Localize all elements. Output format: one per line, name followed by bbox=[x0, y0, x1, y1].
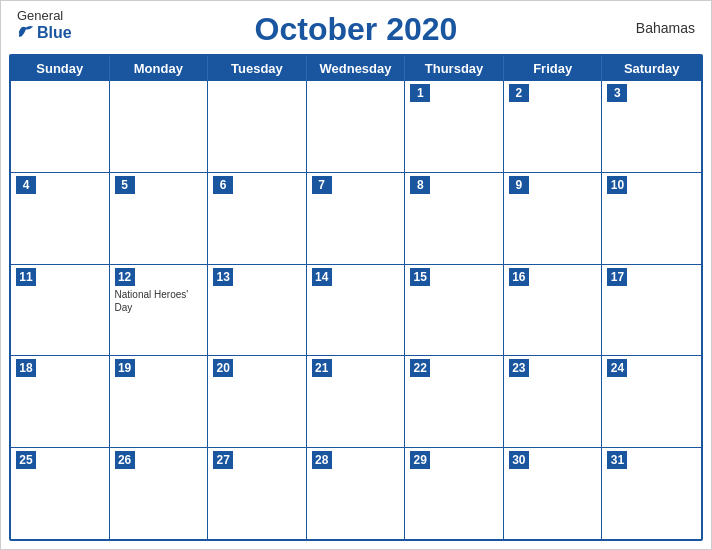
day-cell: 29 bbox=[405, 448, 504, 539]
calendar: General Blue October 2020 Bahamas Sunday… bbox=[0, 0, 712, 550]
day-number: 20 bbox=[213, 359, 233, 377]
logo-bird-icon bbox=[17, 23, 35, 41]
day-header-friday: Friday bbox=[504, 56, 603, 81]
day-cell bbox=[110, 81, 209, 172]
day-cell bbox=[11, 81, 110, 172]
day-cell: 19 bbox=[110, 356, 209, 447]
day-number: 1 bbox=[410, 84, 430, 102]
day-number: 21 bbox=[312, 359, 332, 377]
day-number: 5 bbox=[115, 176, 135, 194]
day-number: 13 bbox=[213, 268, 233, 286]
country-label: Bahamas bbox=[636, 20, 695, 36]
week-row-1: 45678910 bbox=[11, 173, 701, 265]
day-cell: 24 bbox=[602, 356, 701, 447]
weeks-container: 123456789101112National Heroes' Day13141… bbox=[11, 81, 701, 539]
day-number: 8 bbox=[410, 176, 430, 194]
day-number: 6 bbox=[213, 176, 233, 194]
day-number: 23 bbox=[509, 359, 529, 377]
day-number: 14 bbox=[312, 268, 332, 286]
day-number: 22 bbox=[410, 359, 430, 377]
day-cell: 21 bbox=[307, 356, 406, 447]
day-cell: 2 bbox=[504, 81, 603, 172]
calendar-grid: SundayMondayTuesdayWednesdayThursdayFrid… bbox=[9, 54, 703, 541]
day-cell: 27 bbox=[208, 448, 307, 539]
day-header-monday: Monday bbox=[110, 56, 209, 81]
day-cell: 18 bbox=[11, 356, 110, 447]
day-number: 4 bbox=[16, 176, 36, 194]
day-cell bbox=[208, 81, 307, 172]
day-cell: 10 bbox=[602, 173, 701, 264]
day-cell: 6 bbox=[208, 173, 307, 264]
day-cell: 30 bbox=[504, 448, 603, 539]
week-row-4: 25262728293031 bbox=[11, 448, 701, 539]
day-header-saturday: Saturday bbox=[602, 56, 701, 81]
day-header-thursday: Thursday bbox=[405, 56, 504, 81]
day-headers-row: SundayMondayTuesdayWednesdayThursdayFrid… bbox=[11, 56, 701, 81]
day-cell: 14 bbox=[307, 265, 406, 356]
day-header-sunday: Sunday bbox=[11, 56, 110, 81]
day-number: 15 bbox=[410, 268, 430, 286]
day-number: 19 bbox=[115, 359, 135, 377]
day-number: 11 bbox=[16, 268, 36, 286]
day-cell: 22 bbox=[405, 356, 504, 447]
day-cell: 26 bbox=[110, 448, 209, 539]
day-number: 10 bbox=[607, 176, 627, 194]
week-row-0: 123 bbox=[11, 81, 701, 173]
day-cell: 11 bbox=[11, 265, 110, 356]
day-cell: 8 bbox=[405, 173, 504, 264]
day-cell: 15 bbox=[405, 265, 504, 356]
logo: General Blue bbox=[17, 9, 72, 41]
week-row-2: 1112National Heroes' Day1314151617 bbox=[11, 265, 701, 357]
day-header-wednesday: Wednesday bbox=[307, 56, 406, 81]
day-number: 16 bbox=[509, 268, 529, 286]
day-number: 3 bbox=[607, 84, 627, 102]
day-cell: 25 bbox=[11, 448, 110, 539]
day-number: 31 bbox=[607, 451, 627, 469]
day-cell: 28 bbox=[307, 448, 406, 539]
day-cell: 3 bbox=[602, 81, 701, 172]
day-number: 30 bbox=[509, 451, 529, 469]
day-number: 29 bbox=[410, 451, 430, 469]
day-cell: 31 bbox=[602, 448, 701, 539]
day-number: 26 bbox=[115, 451, 135, 469]
day-cell: 4 bbox=[11, 173, 110, 264]
day-number: 18 bbox=[16, 359, 36, 377]
logo-general: General bbox=[17, 9, 63, 23]
day-cell bbox=[307, 81, 406, 172]
day-cell: 16 bbox=[504, 265, 603, 356]
day-number: 27 bbox=[213, 451, 233, 469]
day-number: 17 bbox=[607, 268, 627, 286]
week-row-3: 18192021222324 bbox=[11, 356, 701, 448]
day-cell: 5 bbox=[110, 173, 209, 264]
day-cell: 9 bbox=[504, 173, 603, 264]
month-title: October 2020 bbox=[255, 11, 458, 48]
day-number: 2 bbox=[509, 84, 529, 102]
day-number: 24 bbox=[607, 359, 627, 377]
day-number: 28 bbox=[312, 451, 332, 469]
day-cell: 13 bbox=[208, 265, 307, 356]
day-cell: 20 bbox=[208, 356, 307, 447]
event-label: National Heroes' Day bbox=[115, 288, 203, 314]
day-cell: 7 bbox=[307, 173, 406, 264]
day-number: 7 bbox=[312, 176, 332, 194]
day-cell: 1 bbox=[405, 81, 504, 172]
day-number: 9 bbox=[509, 176, 529, 194]
day-cell: 17 bbox=[602, 265, 701, 356]
day-header-tuesday: Tuesday bbox=[208, 56, 307, 81]
day-number: 12 bbox=[115, 268, 135, 286]
calendar-header: General Blue October 2020 Bahamas bbox=[1, 1, 711, 54]
logo-blue: Blue bbox=[17, 23, 72, 41]
day-number: 25 bbox=[16, 451, 36, 469]
day-cell: 12National Heroes' Day bbox=[110, 265, 209, 356]
day-cell: 23 bbox=[504, 356, 603, 447]
